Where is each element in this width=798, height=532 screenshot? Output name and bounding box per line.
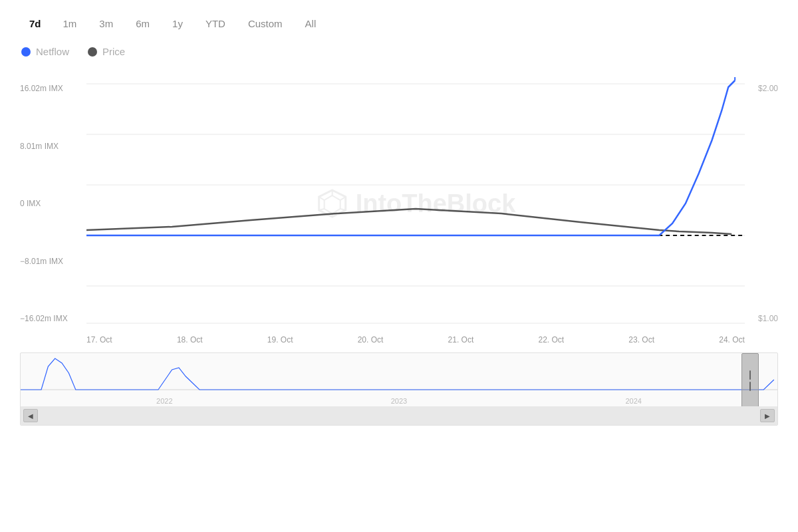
time-btn-ytd[interactable]: YTD [196,13,235,34]
x-label-4: 21. Oct [448,335,474,344]
time-btn-6m[interactable]: 6m [126,13,160,34]
mini-year-2023: 2023 [391,397,407,405]
handle-line-1 [749,370,751,380]
x-label-6: 23. Oct [628,335,654,344]
y-axis-right: $2.00$1.00 [745,77,778,330]
x-label-7: 24. Oct [719,335,745,344]
nav-right-arrow[interactable]: ▶ [760,409,775,422]
legend-label-netflow: Netflow [36,46,69,57]
y-label-right-1: $1.00 [758,314,778,323]
legend-item-netflow: Netflow [21,46,69,57]
y-label-right-0: $2.00 [758,84,778,93]
x-label-0: 17. Oct [86,335,112,344]
x-label-3: 20. Oct [358,335,384,344]
nav-bar: ◀ ▶ [21,406,777,425]
legend-label-price: Price [102,46,125,57]
nav-left-arrow[interactable]: ◀ [23,409,38,422]
chart-area: 16.02m IMX8.01m IMX0 IMX−8.01m IMX−16.02… [20,77,778,426]
legend-dot-netflow [21,47,31,57]
y-label-left-0: 16.02m IMX [20,84,86,93]
time-range-selector: 7d1m3m6m1yYTDCustomAll [20,13,778,34]
time-btn-3m[interactable]: 3m [89,13,123,34]
time-btn-1y[interactable]: 1y [162,13,193,34]
x-axis: 17. Oct18. Oct19. Oct20. Oct21. Oct22. O… [20,330,778,344]
y-axis-left: 16.02m IMX8.01m IMX0 IMX−8.01m IMX−16.02… [20,77,86,330]
mini-year-labels: 202220232024 [21,397,777,405]
time-btn-custom[interactable]: Custom [238,13,293,34]
time-btn-1m[interactable]: 1m [53,13,87,34]
time-btn-7d[interactable]: 7d [20,14,51,33]
x-label-2: 19. Oct [267,335,293,344]
handle-line-2 [749,382,751,391]
legend-item-price: Price [88,46,125,57]
chart-svg-area: IntoTheBlock [86,77,745,330]
x-label-1: 18. Oct [177,335,203,344]
mini-year-2022: 2022 [156,397,172,405]
main-container: 7d1m3m6m1yYTDCustomAll Netflow Price 16.… [0,0,798,532]
x-label-5: 22. Oct [538,335,564,344]
y-label-left-2: 0 IMX [20,199,86,208]
chart-legend: Netflow Price [20,46,778,57]
mini-chart: 202220232024 ◀ ▶ [20,352,778,426]
y-label-left-1: 8.01m IMX [20,142,86,151]
legend-dot-price [88,47,97,57]
time-btn-all[interactable]: All [295,13,327,34]
y-label-left-4: −16.02m IMX [20,314,86,323]
chart-svg [86,77,745,330]
main-chart: 16.02m IMX8.01m IMX0 IMX−8.01m IMX−16.02… [20,77,778,330]
mini-year-2024: 2024 [625,397,641,405]
y-label-left-3: −8.01m IMX [20,257,86,266]
